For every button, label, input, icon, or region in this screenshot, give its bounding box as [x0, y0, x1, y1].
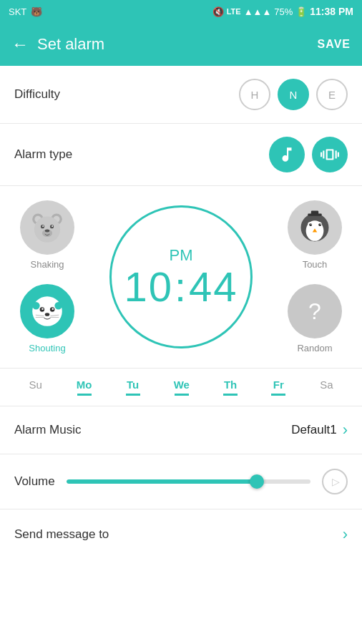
- svg-point-4: [34, 216, 60, 242]
- volume-play-button[interactable]: ▷: [322, 469, 348, 494]
- svg-point-21: [32, 302, 39, 309]
- clock-time-row: 10 : 44: [124, 266, 238, 308]
- day-mo-label: Mo: [77, 379, 92, 391]
- status-right: 🔇 LTE ▲▲▲ 75% 🔋 11:38 PM: [212, 6, 353, 17]
- clock-period: PM: [170, 246, 193, 265]
- day-we[interactable]: We: [174, 379, 190, 396]
- battery-text: 75%: [274, 6, 293, 17]
- day-we-label: We: [174, 379, 190, 391]
- svg-point-10: [45, 230, 50, 233]
- shaking-circle: [20, 200, 74, 255]
- day-fr-label: Fr: [273, 379, 284, 391]
- svg-point-16: [45, 313, 50, 316]
- svg-point-15: [52, 308, 54, 310]
- day-fr[interactable]: Fr: [271, 379, 285, 396]
- music-icon: [278, 145, 296, 164]
- svg-point-14: [41, 308, 44, 310]
- difficulty-e-button[interactable]: E: [316, 79, 348, 110]
- difficulty-buttons: H N E: [239, 79, 348, 110]
- svg-rect-33: [311, 211, 318, 216]
- day-mo-dot: [77, 394, 92, 396]
- volume-row: Volume ▷: [0, 454, 362, 509]
- difficulty-h-button[interactable]: H: [239, 79, 270, 110]
- mute-icon: 🔇: [212, 6, 224, 17]
- touch-circle: [288, 200, 342, 255]
- status-bar: SKT 🐻 🔇 LTE ▲▲▲ 75% 🔋 11:38 PM: [0, 0, 362, 23]
- right-animals: Touch ? Random: [279, 200, 351, 353]
- volume-thumb[interactable]: [250, 474, 264, 489]
- random-circle: ?: [288, 284, 342, 338]
- play-icon: ▷: [332, 476, 340, 487]
- difficulty-row: Difficulty H N E: [0, 66, 362, 124]
- svg-point-30: [320, 224, 321, 225]
- shouting-label: Shouting: [29, 343, 65, 353]
- save-button[interactable]: SAVE: [318, 38, 351, 51]
- time-text: 11:38 PM: [310, 6, 353, 17]
- volume-label: Volume: [14, 474, 55, 489]
- clock-circle: PM 10 : 44: [109, 205, 253, 348]
- day-tu-label: Tu: [127, 379, 139, 391]
- day-sa-dot: [319, 394, 333, 396]
- day-tu-dot: [126, 394, 140, 396]
- volume-fill: [67, 479, 257, 484]
- touch-animal-item[interactable]: Touch: [288, 200, 342, 270]
- content-area: Difficulty H N E Alarm type: [0, 66, 362, 644]
- battery-icon: 🔋: [295, 6, 307, 17]
- svg-point-27: [309, 223, 312, 226]
- status-left: SKT 🐻: [9, 6, 42, 17]
- day-mo[interactable]: Mo: [77, 379, 92, 396]
- clock-hours: 10: [124, 266, 173, 308]
- bear-svg: [29, 209, 66, 246]
- day-su-dot: [29, 394, 43, 396]
- day-tu[interactable]: Tu: [126, 379, 140, 396]
- day-we-dot: [175, 394, 189, 396]
- left-animals: Shaking: [11, 200, 83, 353]
- alarm-type-buttons: [269, 137, 348, 172]
- alarm-music-value: Default1: [291, 423, 336, 437]
- app-header: ← Set alarm SAVE: [0, 23, 362, 66]
- svg-point-29: [310, 224, 311, 225]
- alarm-type-label: Alarm type: [14, 147, 72, 162]
- bear-icon: 🐻: [31, 6, 42, 17]
- alarm-music-label: Alarm Music: [14, 423, 82, 437]
- difficulty-n-button[interactable]: N: [278, 79, 309, 110]
- day-fr-dot: [271, 394, 285, 396]
- clock-container[interactable]: PM 10 : 44: [90, 205, 272, 348]
- volume-track: [67, 479, 310, 484]
- days-row: Su Mo Tu We Th Fr Sa: [0, 369, 362, 406]
- day-su[interactable]: Su: [29, 379, 43, 396]
- alarm-vibrate-button[interactable]: [312, 137, 348, 172]
- shouting-circle: [20, 284, 74, 338]
- day-su-label: Su: [29, 379, 41, 391]
- day-th[interactable]: Th: [223, 379, 238, 396]
- svg-point-22: [54, 302, 62, 309]
- difficulty-label: Difficulty: [14, 87, 60, 102]
- day-sa[interactable]: Sa: [319, 379, 333, 396]
- day-th-dot: [223, 394, 238, 396]
- alarm-music-button[interactable]: [269, 137, 305, 172]
- random-animal-item[interactable]: ? Random: [288, 284, 342, 353]
- carrier-text: SKT: [9, 6, 26, 17]
- message-row[interactable]: Send message to ›: [0, 509, 362, 560]
- day-sa-label: Sa: [320, 379, 333, 391]
- random-label: Random: [297, 343, 332, 353]
- page-title: Set alarm: [37, 35, 104, 54]
- clock-separator: :: [175, 266, 187, 308]
- shaking-animal-item[interactable]: Shaking: [20, 200, 74, 270]
- alarm-music-chevron: ›: [343, 421, 348, 439]
- volume-slider[interactable]: [67, 479, 310, 484]
- signal-icon: ▲▲▲: [244, 6, 272, 17]
- shouting-animal-item[interactable]: Shouting: [20, 284, 74, 353]
- alarm-grid: Shaking: [11, 200, 351, 361]
- header-left: ← Set alarm: [11, 34, 104, 54]
- svg-point-8: [52, 225, 53, 227]
- back-button[interactable]: ←: [11, 34, 29, 54]
- shaking-label: Shaking: [31, 259, 64, 270]
- svg-point-7: [42, 225, 44, 227]
- svg-point-28: [318, 223, 321, 226]
- alarm-music-row[interactable]: Alarm Music Default1 ›: [0, 406, 362, 454]
- seal-svg: [29, 293, 66, 330]
- lte-icon: LTE: [227, 7, 241, 16]
- message-chevron: ›: [343, 525, 348, 544]
- alarm-music-right: Default1 ›: [291, 421, 348, 439]
